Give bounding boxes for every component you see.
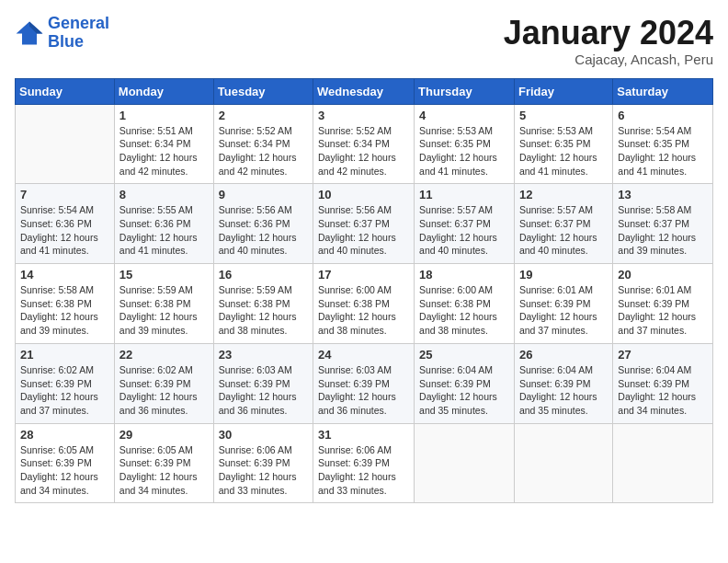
calendar-cell: 31Sunrise: 6:06 AM Sunset: 6:39 PM Dayli… [313, 423, 415, 503]
day-number: 27 [618, 348, 708, 362]
day-info: Sunrise: 6:06 AM Sunset: 6:39 PM Dayligh… [318, 443, 409, 498]
location-subtitle: Cajacay, Ancash, Peru [504, 52, 713, 67]
calendar-cell: 13Sunrise: 5:58 AM Sunset: 6:37 PM Dayli… [613, 184, 713, 264]
logo-icon [15, 20, 44, 46]
calendar-cell: 9Sunrise: 5:56 AM Sunset: 6:36 PM Daylig… [213, 184, 313, 264]
day-info: Sunrise: 5:55 AM Sunset: 6:36 PM Dayligh… [119, 203, 209, 258]
day-number: 6 [618, 109, 708, 122]
weekday-header-saturday: Saturday [613, 78, 713, 104]
day-number: 1 [119, 109, 209, 122]
day-number: 20 [618, 268, 708, 282]
calendar-cell: 23Sunrise: 6:03 AM Sunset: 6:39 PM Dayli… [213, 343, 313, 423]
calendar-cell: 28Sunrise: 6:05 AM Sunset: 6:39 PM Dayli… [16, 423, 115, 503]
day-info: Sunrise: 5:54 AM Sunset: 6:35 PM Dayligh… [618, 124, 708, 178]
day-info: Sunrise: 6:04 AM Sunset: 6:39 PM Dayligh… [519, 363, 608, 418]
day-number: 2 [219, 109, 308, 122]
calendar-cell: 27Sunrise: 6:04 AM Sunset: 6:39 PM Dayli… [613, 343, 713, 423]
calendar-cell: 16Sunrise: 5:59 AM Sunset: 6:38 PM Dayli… [213, 264, 313, 344]
calendar-cell: 4Sunrise: 5:53 AM Sunset: 6:35 PM Daylig… [415, 104, 515, 184]
weekday-header-sunday: Sunday [16, 78, 115, 104]
day-info: Sunrise: 6:02 AM Sunset: 6:39 PM Dayligh… [119, 363, 209, 418]
day-number: 22 [119, 348, 209, 362]
day-info: Sunrise: 6:00 AM Sunset: 6:38 PM Dayligh… [318, 283, 409, 338]
day-info: Sunrise: 5:58 AM Sunset: 6:37 PM Dayligh… [618, 203, 708, 258]
day-info: Sunrise: 5:56 AM Sunset: 6:37 PM Dayligh… [318, 203, 409, 258]
calendar-cell: 19Sunrise: 6:01 AM Sunset: 6:39 PM Dayli… [514, 264, 612, 344]
day-info: Sunrise: 5:52 AM Sunset: 6:34 PM Dayligh… [318, 124, 409, 178]
day-number: 28 [20, 428, 109, 442]
month-title: January 2024 [504, 15, 713, 52]
day-number: 15 [119, 268, 209, 282]
day-info: Sunrise: 6:05 AM Sunset: 6:39 PM Dayligh… [119, 443, 209, 498]
calendar-cell: 21Sunrise: 6:02 AM Sunset: 6:39 PM Dayli… [16, 343, 115, 423]
day-number: 14 [20, 268, 109, 282]
calendar-cell: 17Sunrise: 6:00 AM Sunset: 6:38 PM Dayli… [313, 264, 415, 344]
calendar-cell: 8Sunrise: 5:55 AM Sunset: 6:36 PM Daylig… [114, 184, 213, 264]
calendar-cell: 18Sunrise: 6:00 AM Sunset: 6:38 PM Dayli… [415, 264, 515, 344]
calendar-cell: 29Sunrise: 6:05 AM Sunset: 6:39 PM Dayli… [114, 423, 213, 503]
day-info: Sunrise: 6:05 AM Sunset: 6:39 PM Dayligh… [20, 443, 109, 498]
day-info: Sunrise: 6:01 AM Sunset: 6:39 PM Dayligh… [618, 283, 708, 338]
logo-text: General Blue [48, 15, 109, 52]
day-number: 26 [519, 348, 608, 362]
day-number: 8 [119, 188, 209, 201]
day-number: 3 [318, 109, 409, 122]
day-info: Sunrise: 6:04 AM Sunset: 6:39 PM Dayligh… [618, 363, 708, 418]
calendar-cell: 14Sunrise: 5:58 AM Sunset: 6:38 PM Dayli… [16, 264, 115, 344]
weekday-header-tuesday: Tuesday [213, 78, 313, 104]
day-number: 13 [618, 188, 708, 201]
calendar-week-row: 28Sunrise: 6:05 AM Sunset: 6:39 PM Dayli… [16, 423, 713, 503]
calendar-cell: 30Sunrise: 6:06 AM Sunset: 6:39 PM Dayli… [213, 423, 313, 503]
day-info: Sunrise: 5:59 AM Sunset: 6:38 PM Dayligh… [119, 283, 209, 338]
day-number: 12 [519, 188, 608, 201]
day-info: Sunrise: 5:51 AM Sunset: 6:34 PM Dayligh… [119, 124, 209, 178]
weekday-header-friday: Friday [514, 78, 612, 104]
page-header: General Blue January 2024 Cajacay, Ancas… [15, 15, 713, 67]
weekday-header-thursday: Thursday [415, 78, 515, 104]
calendar-cell: 6Sunrise: 5:54 AM Sunset: 6:35 PM Daylig… [613, 104, 713, 184]
day-info: Sunrise: 6:00 AM Sunset: 6:38 PM Dayligh… [419, 283, 509, 338]
day-info: Sunrise: 5:53 AM Sunset: 6:35 PM Dayligh… [519, 124, 608, 178]
day-number: 23 [219, 348, 308, 362]
day-number: 21 [20, 348, 109, 362]
calendar-week-row: 21Sunrise: 6:02 AM Sunset: 6:39 PM Dayli… [16, 343, 713, 423]
day-info: Sunrise: 6:01 AM Sunset: 6:39 PM Dayligh… [519, 283, 608, 338]
calendar-week-row: 1Sunrise: 5:51 AM Sunset: 6:34 PM Daylig… [16, 104, 713, 184]
weekday-header-wednesday: Wednesday [313, 78, 415, 104]
weekday-header-row: SundayMondayTuesdayWednesdayThursdayFrid… [16, 78, 713, 104]
calendar-cell: 2Sunrise: 5:52 AM Sunset: 6:34 PM Daylig… [213, 104, 313, 184]
calendar-cell: 7Sunrise: 5:54 AM Sunset: 6:36 PM Daylig… [16, 184, 115, 264]
calendar-cell: 5Sunrise: 5:53 AM Sunset: 6:35 PM Daylig… [514, 104, 612, 184]
day-info: Sunrise: 5:56 AM Sunset: 6:36 PM Dayligh… [219, 203, 308, 258]
day-number: 31 [318, 428, 409, 442]
day-number: 11 [419, 188, 509, 201]
calendar-cell: 10Sunrise: 5:56 AM Sunset: 6:37 PM Dayli… [313, 184, 415, 264]
day-number: 25 [419, 348, 509, 362]
day-info: Sunrise: 5:53 AM Sunset: 6:35 PM Dayligh… [419, 124, 509, 178]
day-info: Sunrise: 5:54 AM Sunset: 6:36 PM Dayligh… [20, 203, 109, 258]
day-number: 30 [219, 428, 308, 442]
day-number: 29 [119, 428, 209, 442]
day-number: 16 [219, 268, 308, 282]
day-number: 17 [318, 268, 409, 282]
day-info: Sunrise: 5:57 AM Sunset: 6:37 PM Dayligh… [419, 203, 509, 258]
day-number: 4 [419, 109, 509, 122]
day-info: Sunrise: 6:03 AM Sunset: 6:39 PM Dayligh… [219, 363, 308, 418]
calendar-cell: 26Sunrise: 6:04 AM Sunset: 6:39 PM Dayli… [514, 343, 612, 423]
calendar-cell: 1Sunrise: 5:51 AM Sunset: 6:34 PM Daylig… [114, 104, 213, 184]
calendar-cell: 11Sunrise: 5:57 AM Sunset: 6:37 PM Dayli… [415, 184, 515, 264]
calendar-cell: 20Sunrise: 6:01 AM Sunset: 6:39 PM Dayli… [613, 264, 713, 344]
calendar-week-row: 7Sunrise: 5:54 AM Sunset: 6:36 PM Daylig… [16, 184, 713, 264]
calendar-table: SundayMondayTuesdayWednesdayThursdayFrid… [15, 78, 713, 504]
day-info: Sunrise: 5:59 AM Sunset: 6:38 PM Dayligh… [219, 283, 308, 338]
calendar-cell: 12Sunrise: 5:57 AM Sunset: 6:37 PM Dayli… [514, 184, 612, 264]
weekday-header-monday: Monday [114, 78, 213, 104]
day-info: Sunrise: 5:52 AM Sunset: 6:34 PM Dayligh… [219, 124, 308, 178]
day-info: Sunrise: 5:57 AM Sunset: 6:37 PM Dayligh… [519, 203, 608, 258]
calendar-cell [514, 423, 612, 503]
calendar-cell [613, 423, 713, 503]
day-info: Sunrise: 6:03 AM Sunset: 6:39 PM Dayligh… [318, 363, 409, 418]
day-number: 10 [318, 188, 409, 201]
calendar-cell: 15Sunrise: 5:59 AM Sunset: 6:38 PM Dayli… [114, 264, 213, 344]
day-info: Sunrise: 5:58 AM Sunset: 6:38 PM Dayligh… [20, 283, 109, 338]
